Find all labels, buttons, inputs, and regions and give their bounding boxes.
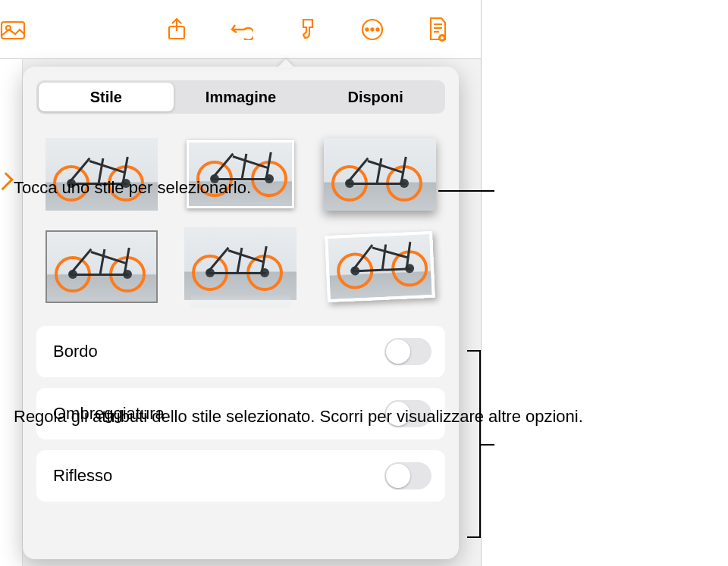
svg-point-4 xyxy=(366,28,368,30)
setting-label: Bordo xyxy=(53,342,98,361)
svg-point-6 xyxy=(376,28,378,30)
callout-bracket-bottom xyxy=(467,536,479,538)
bicycle-thumb xyxy=(324,138,436,211)
callout-style-tap: Tocca uno stile per selezionarlo. xyxy=(14,177,251,199)
setting-label: Riflesso xyxy=(53,466,112,486)
switch-border[interactable] xyxy=(384,338,431,365)
segmented-control: Stile Immagine Disponi xyxy=(36,80,445,114)
tab-image[interactable]: Immagine xyxy=(174,83,309,111)
bicycle-thumb xyxy=(46,138,158,211)
format-popover: Stile Immagine Disponi xyxy=(23,67,459,559)
svg-point-8 xyxy=(441,36,444,39)
more-icon[interactable] xyxy=(352,13,393,46)
app-window: Stile Immagine Disponi xyxy=(0,0,482,566)
bicycle-thumb xyxy=(184,227,297,300)
callout-bracket-mid xyxy=(479,444,494,446)
toolbar xyxy=(0,0,481,59)
callout-attributes: Regola gli attributi dello stile selezio… xyxy=(14,406,583,428)
callout-bracket-top xyxy=(467,350,479,352)
bicycle-thumb xyxy=(46,230,158,303)
sidebar-sliver xyxy=(0,59,23,566)
tab-arrange[interactable]: Disponi xyxy=(308,83,443,111)
setting-reflection: Riflesso xyxy=(36,450,445,502)
share-icon[interactable] xyxy=(156,13,197,46)
format-brush-icon[interactable] xyxy=(287,13,328,46)
style-grid xyxy=(36,129,445,326)
bicycle-thumb xyxy=(325,231,435,302)
style-preset-3[interactable] xyxy=(321,135,439,214)
setting-border: Bordo xyxy=(36,326,445,377)
checkmark-icon xyxy=(0,172,14,190)
switch-reflection[interactable] xyxy=(384,462,431,489)
undo-icon[interactable] xyxy=(221,13,262,46)
style-preset-6[interactable] xyxy=(321,227,439,306)
media-icon[interactable] xyxy=(0,13,33,46)
svg-point-5 xyxy=(371,28,373,30)
style-preset-1[interactable] xyxy=(42,135,161,214)
callout-line xyxy=(438,190,494,192)
style-preset-4[interactable] xyxy=(42,227,161,306)
tab-style[interactable]: Stile xyxy=(39,83,174,111)
style-preset-5[interactable] xyxy=(182,227,300,306)
style-preset-2[interactable] xyxy=(182,135,300,214)
document-view-icon[interactable] xyxy=(417,13,458,46)
